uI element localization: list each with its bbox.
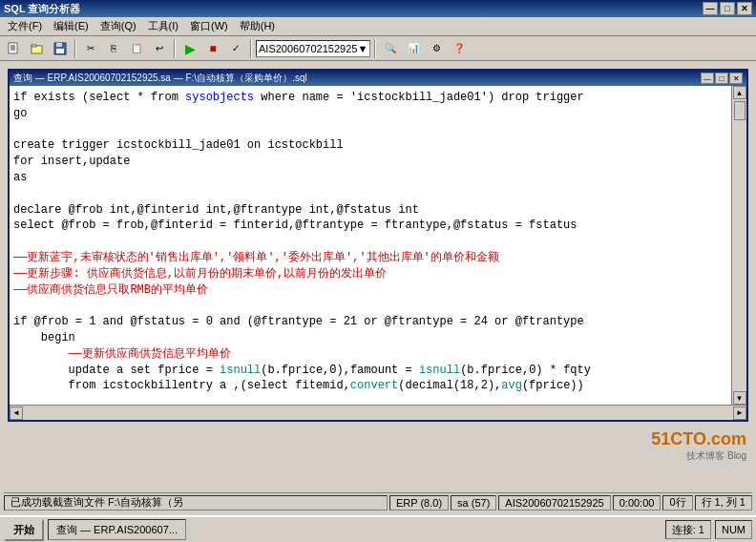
db-select-value: AIS20060702152925 [259, 43, 357, 54]
toolbar-separator-2 [174, 39, 176, 58]
new-query-button[interactable] [4, 38, 25, 59]
menu-file[interactable]: 文件(F) [2, 17, 48, 35]
stop-button[interactable]: ■ [202, 38, 223, 59]
query-window: 查询 — ERP.AIS20060702152925.sa — F:\自动核算（… [8, 69, 748, 422]
svg-rect-5 [32, 45, 36, 47]
query-window-title: 查询 — ERP.AIS20060702152925.sa — F:\自动核算（… [13, 72, 307, 85]
taskbar-num-lock: NUM [715, 520, 752, 539]
query-window-titlebar: 查询 — ERP.AIS20060702152925.sa — F:\自动核算（… [10, 71, 746, 86]
cut-button[interactable]: ✂ [80, 38, 101, 59]
taskbar: 开始 查询 — ERP.AIS200607... 连接: 1 NUM [0, 515, 756, 542]
code-line: if exists (select * from sysobjects wher… [13, 90, 727, 106]
title-bar-buttons: — □ ✕ [703, 2, 752, 15]
maximize-button[interactable]: □ [720, 2, 735, 15]
code-line [13, 234, 727, 250]
copy-button[interactable]: ⎘ [103, 38, 124, 59]
svg-rect-8 [56, 49, 64, 53]
query-maximize-button[interactable]: □ [715, 73, 728, 84]
toolbar-separator-1 [74, 39, 76, 58]
parse-button[interactable]: ✓ [225, 38, 246, 59]
undo-button[interactable]: ↩ [149, 38, 170, 59]
watermark: 51CTO.com 技术博客 Blog [651, 429, 746, 463]
start-button[interactable]: 开始 [4, 519, 44, 541]
db-select-arrow: ▼ [357, 43, 368, 54]
show-grid-button[interactable]: 📊 [403, 38, 424, 59]
scroll-up-arrow[interactable]: ▲ [733, 86, 746, 99]
paste-button[interactable]: 📋 [126, 38, 147, 59]
menu-window[interactable]: 窗口(W) [184, 17, 234, 35]
status-file-info: 已成功载截查询文件 F:\自动核算（另 [4, 495, 388, 511]
taskbar-query-label: 查询 — ERP.AIS200607... [56, 523, 178, 537]
code-line [13, 298, 727, 314]
scroll-right-arrow[interactable]: ► [733, 406, 746, 420]
code-line: for insert,update [13, 154, 727, 170]
horizontal-scrollbar[interactable]: ◄ ► [10, 405, 746, 420]
code-line: if @frob = 1 and @fstatus = 0 and (@ftra… [13, 314, 727, 330]
watermark-main-text: 51CTO.com [651, 429, 746, 449]
taskbar-connect-status: 连接: 1 [665, 520, 711, 539]
code-line [13, 122, 727, 138]
scroll-thumb[interactable] [734, 101, 746, 120]
code-line: declare @frob int,@finterid int,@ftranty… [13, 202, 727, 219]
db-select-dropdown[interactable]: AIS20060702152925 ▼ [256, 40, 370, 57]
code-line: begin [13, 330, 727, 346]
code-line [13, 186, 727, 202]
scroll-track-h [23, 406, 733, 420]
vertical-scrollbar[interactable]: ▲ ▼ [731, 86, 746, 405]
run-button[interactable]: ▶ [179, 38, 200, 59]
minimize-button[interactable]: — [703, 2, 718, 15]
code-line: go [13, 106, 727, 122]
code-editor[interactable]: if exists (select * from sysobjects wher… [10, 86, 731, 405]
query-minimize-button[interactable]: — [701, 73, 714, 84]
code-container: if exists (select * from sysobjects wher… [10, 86, 746, 405]
status-rows: 0行 [662, 495, 692, 511]
menu-help[interactable]: 帮助(H) [234, 17, 281, 35]
code-line: as [13, 170, 727, 186]
save-button[interactable] [50, 38, 71, 59]
object-browser-button[interactable]: 🔍 [380, 38, 401, 59]
code-line: ——更新供应商供货信息平均单价 [13, 346, 727, 363]
code-line: select @frob = frob,@finterid = finterid… [13, 218, 727, 234]
menu-query[interactable]: 查询(Q) [94, 17, 142, 35]
toolbar-separator-3 [250, 39, 252, 58]
scroll-left-arrow[interactable]: ◄ [10, 406, 23, 420]
code-line: create trigger icstockbill_jade01 on ics… [13, 137, 727, 154]
title-bar: SQL 查询分析器 — □ ✕ [0, 0, 756, 17]
connect-label: 连接: 1 [672, 523, 704, 537]
toolbar-separator-4 [374, 39, 376, 58]
status-user: sa (57) [451, 495, 496, 511]
num-lock-label: NUM [722, 524, 746, 535]
code-line: update a set fprice = isnull(b.fprice,0)… [13, 363, 727, 379]
menu-bar: 文件(F) 编辑(E) 查询(Q) 工具(I) 窗口(W) 帮助(H) [0, 17, 756, 36]
taskbar-query-item[interactable]: 查询 — ERP.AIS200607... [48, 519, 186, 540]
menu-tools[interactable]: 工具(I) [142, 17, 184, 35]
help-button[interactable]: ❓ [449, 38, 470, 59]
app-window: SQL 查询分析器 — □ ✕ 文件(F) 编辑(E) 查询(Q) 工具(I) … [0, 0, 756, 515]
taskbar-right: 连接: 1 NUM [665, 520, 752, 539]
svg-rect-7 [56, 43, 62, 47]
status-position: 行 1, 列 1 [695, 495, 752, 511]
query-title-buttons: — □ ✕ [701, 73, 743, 84]
options-button[interactable]: ⚙ [426, 38, 447, 59]
query-close-button[interactable]: ✕ [729, 73, 743, 84]
status-time: 0:00:00 [613, 495, 662, 511]
code-line: ——更新蓝宇,未审核状态的'销售出库单','领料单','委外出库单','其他出库… [13, 250, 727, 266]
code-line: ——供应商供货信息只取RMB的平均单价 [13, 282, 727, 299]
code-line: ——更新步骤: 供应商供货信息,以前月份的期末单价,以前月份的发出单价 [13, 266, 727, 282]
code-line: from icstockbillentry a ,(select fitemid… [13, 378, 727, 394]
status-db: AIS20060702152925 [498, 495, 610, 511]
toolbar-1: ✂ ⎘ 📋 ↩ ▶ ■ ✓ AIS20060702152925 ▼ 🔍 📊 ⚙ … [0, 36, 756, 61]
open-button[interactable] [27, 38, 48, 59]
menu-edit[interactable]: 编辑(E) [48, 17, 94, 35]
scroll-down-arrow[interactable]: ▼ [733, 391, 746, 405]
watermark-sub-text: 技术博客 Blog [651, 449, 746, 463]
app-title: SQL 查询分析器 [4, 2, 80, 16]
status-file-text: 已成功载截查询文件 F:\自动核算（另 [10, 495, 183, 510]
status-edition: ERP (8.0) [389, 495, 449, 511]
status-bar: 已成功载截查询文件 F:\自动核算（另 ERP (8.0) sa (57) AI… [4, 492, 752, 511]
close-button[interactable]: ✕ [737, 2, 752, 15]
